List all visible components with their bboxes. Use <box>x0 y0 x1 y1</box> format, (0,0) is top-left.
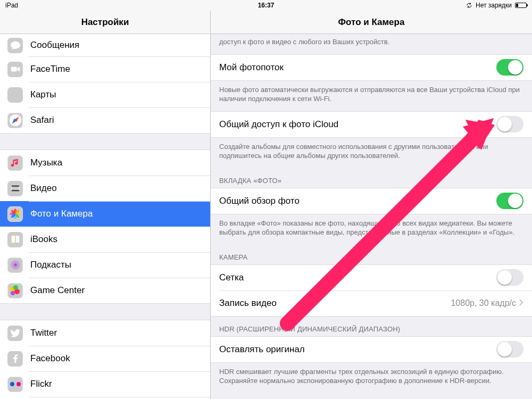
safari-icon <box>7 113 23 128</box>
cell-summarize-photos[interactable]: Общий обзор фото <box>211 188 532 214</box>
sidebar-item-label: Сообщения <box>30 40 79 51</box>
not-charging-icon <box>466 2 472 9</box>
cell-value: 1080p, 30 кадр/с <box>451 298 516 308</box>
switch-summarize-photos[interactable] <box>496 193 523 209</box>
device-label: iPad <box>5 2 18 9</box>
flickr-icon <box>7 377 23 392</box>
section-header-camera: КАМЕРА <box>211 245 532 264</box>
sidebar-item-messages[interactable]: Сообщения <box>0 34 210 56</box>
sidebar-item-label: Подкасты <box>30 260 71 270</box>
cell-label: Общий доступ к фото iCloud <box>219 119 496 130</box>
photos-tab-footer: Во вкладке «Фото» показаны все фото, нах… <box>211 214 532 245</box>
sidebar-item-safari[interactable]: Safari <box>0 107 210 133</box>
music-icon <box>7 155 23 171</box>
cell-label: Запись видео <box>219 298 451 309</box>
detail-title: Фото и Камера <box>211 11 532 34</box>
sidebar-item-label: Safari <box>30 115 54 126</box>
photostream-footer: Новые фото автоматически выгружаются и о… <box>211 81 532 111</box>
sidebar-item-twitter[interactable]: Twitter <box>0 320 210 346</box>
video-icon <box>7 181 23 196</box>
sidebar-item-flickr[interactable]: Flickr <box>0 371 210 397</box>
detail-pane: Фото и Камера доступ к фото и видео с лю… <box>211 11 532 399</box>
cell-keep-original[interactable]: Оставлять оригинал <box>211 337 532 362</box>
svg-rect-2 <box>11 186 19 187</box>
podcasts-icon <box>7 257 23 273</box>
sidebar-item-label: Game Center <box>30 285 85 296</box>
section-header-photos-tab: ВКЛАДКА «ФОТО» <box>211 168 532 188</box>
sidebar-item-photos[interactable]: Фото и Камера <box>0 201 210 227</box>
sidebar-item-label: Twitter <box>30 328 57 338</box>
sidebar-item-facebook[interactable]: Facebook <box>0 346 210 371</box>
battery-text: Нет зарядки <box>476 2 512 9</box>
maps-icon <box>7 87 23 103</box>
sidebar-item-label: Фото и Камера <box>30 209 93 219</box>
switch-my-photostream[interactable] <box>496 59 523 76</box>
clock: 16:37 <box>0 2 532 9</box>
sidebar-item-label: Facebook <box>30 353 70 364</box>
ibooks-icon <box>7 232 23 247</box>
sidebar-item-gamecenter[interactable]: Game Center <box>0 278 210 303</box>
sidebar-item-podcasts[interactable]: Подкасты <box>0 252 210 278</box>
icloud-sharing-footer: Создайте альбомы для совместного использ… <box>211 138 532 168</box>
cell-label: Общий обзор фото <box>219 196 496 206</box>
switch-icloud-photo-sharing[interactable] <box>496 116 523 132</box>
messages-icon <box>7 38 23 53</box>
sidebar-item-label: FaceTime <box>30 64 70 74</box>
switch-keep-original[interactable] <box>496 341 523 358</box>
cell-grid[interactable]: Сетка <box>211 265 532 290</box>
svg-rect-0 <box>11 66 16 71</box>
twitter-icon <box>7 326 23 341</box>
status-bar: iPad 16:37 Нет зарядки <box>0 0 532 11</box>
sidebar-item-label: iBooks <box>30 234 57 245</box>
cell-record-video[interactable]: Запись видео 1080p, 30 кадр/с <box>211 290 532 316</box>
sidebar-item-label: Карты <box>30 89 56 100</box>
switch-grid[interactable] <box>496 269 523 286</box>
battery-icon <box>515 3 527 8</box>
sidebar-item-music[interactable]: Музыка <box>0 150 210 176</box>
sidebar-title: Настройки <box>0 11 210 34</box>
sidebar-item-maps[interactable]: Карты <box>0 82 210 107</box>
cell-my-photostream[interactable]: Мой фотопоток <box>211 55 532 80</box>
cell-label: Мой фотопоток <box>219 62 496 73</box>
cell-icloud-photo-sharing[interactable]: Общий доступ к фото iCloud <box>211 112 532 137</box>
gamecenter-icon <box>7 283 23 298</box>
sidebar-item-label: Видео <box>30 183 57 194</box>
sidebar-item-vimeo[interactable]: Vimeo <box>0 397 210 399</box>
hdr-footer: HDR смешивает лучшие фрагменты трех отде… <box>211 363 532 393</box>
sidebar-item-facetime[interactable]: FaceTime <box>0 56 210 82</box>
sidebar-item-label: Музыка <box>30 157 62 168</box>
photos-icon <box>7 206 23 222</box>
section-header-hdr: HDR (РАСШИРЕННЫЙ ДИНАМИЧЕСКИЙ ДИАПАЗОН) <box>211 317 532 336</box>
settings-sidebar: Настройки Сообщения FaceTime <box>0 11 211 399</box>
sidebar-item-video[interactable]: Видео <box>0 176 210 201</box>
cell-label: Сетка <box>219 272 496 283</box>
chevron-right-icon <box>519 298 523 309</box>
sidebar-item-ibooks[interactable]: iBooks <box>0 227 210 252</box>
sidebar-item-label: Flickr <box>30 379 52 389</box>
intro-footer: доступ к фото и видео с любого из Ваших … <box>211 34 532 54</box>
facebook-icon <box>7 351 23 367</box>
cell-label: Оставлять оригинал <box>219 344 496 355</box>
svg-rect-3 <box>11 190 19 191</box>
facetime-icon <box>7 62 23 77</box>
